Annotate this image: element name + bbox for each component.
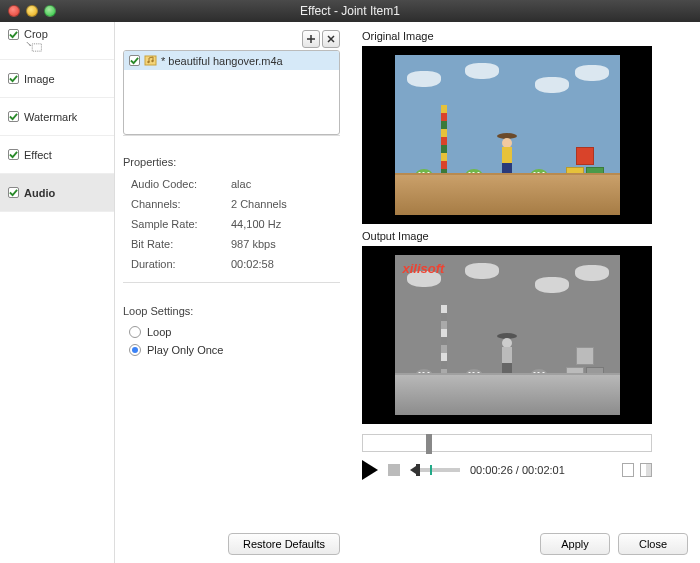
- property-row: Sample Rate:44,100 Hz: [123, 214, 340, 234]
- player-controls: 00:00:26 / 00:02:01: [362, 460, 652, 480]
- sidebar-label: Audio: [24, 187, 55, 199]
- checkbox-icon[interactable]: [129, 55, 140, 66]
- play-button[interactable]: [362, 460, 378, 480]
- checkbox-icon[interactable]: [8, 73, 19, 84]
- sidebar-item-watermark[interactable]: Watermark: [0, 98, 114, 136]
- sidebar-label: Watermark: [24, 111, 77, 123]
- plus-icon: [306, 34, 316, 44]
- view-mode-single-icon[interactable]: [622, 463, 634, 477]
- scrubber-thumb[interactable]: [426, 434, 432, 454]
- sidebar-label: Crop: [24, 28, 48, 40]
- preview-panel: Original Image Output Image: [350, 22, 700, 563]
- checkbox-icon[interactable]: [8, 149, 19, 160]
- radio-label: Play Only Once: [147, 344, 223, 356]
- audio-file-list[interactable]: * beautiful hangover.m4a: [123, 50, 340, 135]
- sidebar-item-image[interactable]: Image: [0, 60, 114, 98]
- radio-icon: [129, 326, 141, 338]
- volume-slider[interactable]: [420, 468, 460, 472]
- original-preview: [362, 46, 652, 224]
- original-image-label: Original Image: [362, 30, 688, 42]
- x-icon: [326, 34, 336, 44]
- sidebar-label: Image: [24, 73, 55, 85]
- audio-file-icon: [144, 54, 157, 67]
- playback-time: 00:00:26 / 00:02:01: [470, 464, 565, 476]
- volume-control[interactable]: [410, 466, 460, 474]
- property-row: Duration:00:02:58: [123, 254, 340, 274]
- checkbox-icon[interactable]: [8, 187, 19, 198]
- sidebar-label: Effect: [24, 149, 52, 161]
- remove-file-button[interactable]: [322, 30, 340, 48]
- svg-point-2: [147, 61, 149, 63]
- effect-sidebar: Crop Image Watermark Effect Audio: [0, 22, 115, 563]
- radio-icon: [129, 344, 141, 356]
- sidebar-item-audio[interactable]: Audio: [0, 174, 114, 212]
- speaker-icon: [410, 466, 416, 474]
- restore-defaults-button[interactable]: Restore Defaults: [228, 533, 340, 555]
- property-row: Bit Rate:987 kbps: [123, 234, 340, 254]
- watermark-text: xilisoft: [403, 261, 445, 276]
- add-file-button[interactable]: [302, 30, 320, 48]
- svg-point-3: [151, 60, 153, 62]
- view-mode-compare-icon[interactable]: [640, 463, 652, 477]
- property-row: Channels:2 Channels: [123, 194, 340, 214]
- window-title: Effect - Joint Item1: [0, 4, 700, 18]
- apply-button[interactable]: Apply: [540, 533, 610, 555]
- output-image-label: Output Image: [362, 230, 688, 242]
- radio-loop[interactable]: Loop: [123, 323, 340, 341]
- list-item[interactable]: * beautiful hangover.m4a: [124, 51, 339, 70]
- close-button[interactable]: Close: [618, 533, 688, 555]
- svg-rect-0: [32, 44, 41, 51]
- crop-icon: [26, 42, 44, 53]
- checkbox-icon[interactable]: [8, 29, 19, 40]
- radio-play-once[interactable]: Play Only Once: [123, 341, 340, 359]
- settings-panel: * beautiful hangover.m4a Properties: Aud…: [115, 22, 350, 563]
- file-name: * beautiful hangover.m4a: [161, 55, 283, 67]
- sidebar-item-crop[interactable]: Crop: [0, 22, 114, 60]
- checkbox-icon[interactable]: [8, 111, 19, 122]
- window-titlebar: Effect - Joint Item1: [0, 0, 700, 22]
- loop-heading: Loop Settings:: [123, 305, 340, 317]
- radio-label: Loop: [147, 326, 171, 338]
- sidebar-item-effect[interactable]: Effect: [0, 136, 114, 174]
- stop-button[interactable]: [388, 464, 400, 476]
- output-preview: xilisoft: [362, 246, 652, 424]
- properties-heading: Properties:: [123, 156, 340, 168]
- property-row: Audio Codec:alac: [123, 174, 340, 194]
- playback-scrubber[interactable]: [362, 434, 652, 452]
